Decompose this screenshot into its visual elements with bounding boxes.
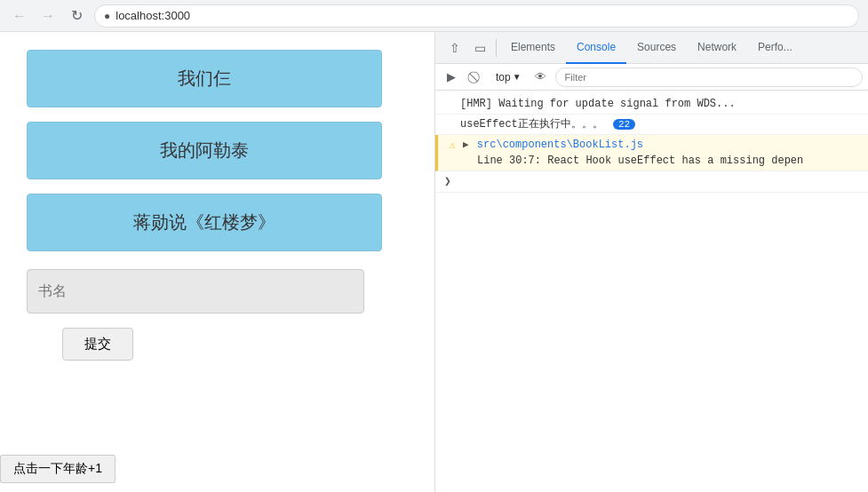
book-item-2[interactable]: 我的阿勒泰 (27, 122, 382, 179)
browser-chrome: ← → ↻ ● localhost:3000 (0, 0, 868, 32)
forward-button[interactable]: → (37, 5, 59, 27)
lock-icon: ● (104, 10, 110, 22)
clear-console-icon[interactable]: ▶ (441, 67, 462, 88)
devtools-cursor-icon[interactable]: ⇧ (442, 36, 467, 60)
count-badge: 22 (613, 119, 635, 130)
tab-sources[interactable]: Sources (626, 32, 687, 64)
tab-elements[interactable]: Elements (500, 32, 566, 64)
back-button[interactable]: ← (9, 5, 30, 27)
main-area: 我们仨 我的阿勒泰 蒋勋说《红楼梦》 提交 点击一下年龄+1 ⇧ ▭ Eleme… (0, 32, 868, 492)
book-item-1[interactable]: 我们仨 (27, 50, 382, 107)
devtools-panel: ⇧ ▭ Elements Console Sources Network Per… (435, 32, 868, 492)
file-link[interactable]: src\components\BookList.js (477, 139, 643, 151)
console-line-hmr: [HMR] Waiting for update signal from WDS… (435, 94, 868, 115)
book-name-input[interactable] (27, 269, 364, 313)
console-text-useeffect: useEffect正在执行中。。。 22 (460, 116, 861, 132)
reload-button[interactable]: ↻ (66, 5, 87, 27)
age-button[interactable]: 点击一下年龄+1 (0, 455, 115, 483)
console-filter-input[interactable] (555, 67, 863, 87)
info-icon-2 (442, 116, 457, 117)
expand-arrow-icon[interactable]: ▶ (463, 139, 469, 150)
submit-button[interactable]: 提交 (62, 328, 133, 361)
eye-icon[interactable]: 👁 (530, 67, 552, 88)
app-panel: 我们仨 我的阿勒泰 蒋勋说《红楼梦》 提交 点击一下年龄+1 (0, 32, 435, 492)
address-bar: ● localhost:3000 (94, 4, 859, 28)
warning-detail: Line 30:7: React Hook useEffect has a mi… (463, 155, 803, 167)
prompt-icon: ❯ (444, 174, 451, 190)
block-icon[interactable]: ⃠ (466, 67, 487, 88)
devtools-toolbar: ▶ ⃠ top ▼ 👁 (435, 64, 868, 91)
warning-icon: ⚠ (449, 138, 455, 154)
console-line-prompt[interactable]: ❯ (435, 171, 868, 193)
url-text: localhost:3000 (115, 9, 190, 22)
input-area: 提交 (27, 269, 364, 361)
console-output: [HMR] Waiting for update signal from WDS… (435, 91, 868, 492)
console-text-hmr: [HMR] Waiting for update signal from WDS… (460, 96, 861, 112)
top-label: top (496, 71, 511, 83)
dropdown-arrow-icon: ▼ (513, 72, 522, 82)
tab-performance[interactable]: Perfo... (747, 32, 803, 64)
devtools-device-icon[interactable]: ▭ (467, 36, 492, 60)
top-context-dropdown[interactable]: top ▼ (490, 69, 527, 85)
devtools-tabs: ⇧ ▭ Elements Console Sources Network Per… (435, 32, 868, 64)
tab-separator (496, 39, 497, 57)
tab-console[interactable]: Console (566, 32, 626, 64)
info-icon (442, 96, 457, 97)
book-item-3[interactable]: 蒋勋说《红楼梦》 (27, 194, 382, 251)
console-line-useeffect: useEffect正在执行中。。。 22 (435, 115, 868, 135)
console-line-warning: ⚠ ▶ src\components\BookList.js Line 30:7… (435, 135, 868, 171)
console-text-warning: ▶ src\components\BookList.js Line 30:7: … (463, 137, 861, 169)
tab-network[interactable]: Network (687, 32, 747, 64)
